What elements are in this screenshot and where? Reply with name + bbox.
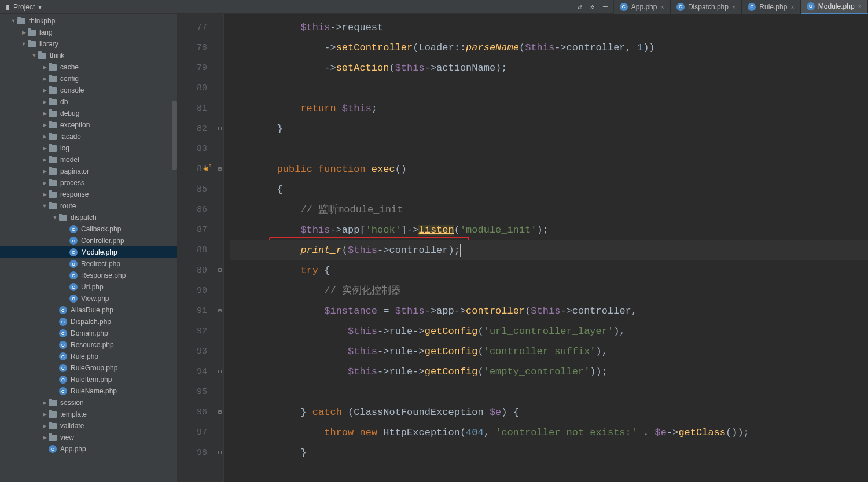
tab-module-php[interactable]: CModule.php× [801, 0, 868, 14]
fold-icon[interactable]: ⊟ [218, 159, 222, 179]
code-line[interactable]: $this->rule->getConfig('url_controller_l… [230, 321, 868, 341]
code-editor[interactable]: 777879808182⊟8384◉↑⊟8586878889⊟9091⊟9293… [178, 14, 868, 482]
folder-session[interactable]: ▶session [0, 397, 177, 409]
file-app-php[interactable]: CApp.php [0, 443, 177, 455]
close-icon[interactable]: × [660, 3, 664, 10]
folder-thinkphp[interactable]: ▼thinkphp [0, 15, 177, 27]
fold-icon[interactable]: ⊟ [218, 119, 222, 139]
tree-arrow[interactable]: ▶ [42, 400, 47, 406]
folder-dispatch[interactable]: ▼dispatch [0, 212, 177, 223]
tree-arrow[interactable]: ▶ [42, 180, 47, 186]
folder-console[interactable]: ▶console [0, 84, 177, 96]
minimize-icon[interactable]: — [603, 2, 608, 12]
file-callback-php[interactable]: CCallback.php [0, 223, 177, 235]
code-line[interactable]: throw new HttpException(404, 'controller… [230, 422, 868, 443]
code-line[interactable]: // 监听module_init [230, 200, 868, 220]
project-dropdown[interactable]: ▮ Project ▾ [0, 3, 47, 11]
folder-library[interactable]: ▼library [0, 38, 177, 50]
close-icon[interactable]: × [790, 3, 794, 10]
folder-model[interactable]: ▶model [0, 154, 177, 165]
file-ruleitem-php[interactable]: CRuleItem.php [0, 374, 177, 385]
tree-arrow[interactable]: ▶ [42, 64, 47, 70]
code-line[interactable]: $this->app['hook']->listen('module_init'… [230, 220, 868, 240]
file-resource-php[interactable]: CResource.php [0, 339, 177, 351]
folder-facade[interactable]: ▶facade [0, 131, 177, 142]
file-domain-php[interactable]: CDomain.php [0, 328, 177, 339]
tree-arrow[interactable]: ▶ [21, 30, 27, 35]
folder-config[interactable]: ▶config [0, 73, 177, 84]
tree-arrow[interactable]: ▶ [42, 423, 47, 429]
folder-think[interactable]: ▼think [0, 50, 177, 61]
code-line[interactable] [230, 78, 868, 98]
folder-paginator[interactable]: ▶paginator [0, 165, 177, 177]
folder-cache[interactable]: ▶cache [0, 61, 177, 73]
folder-log[interactable]: ▶log [0, 142, 177, 154]
folder-route[interactable]: ▼route [0, 200, 177, 212]
tree-arrow[interactable]: ▼ [42, 203, 47, 209]
tree-arrow[interactable]: ▶ [42, 99, 47, 105]
folder-lang[interactable]: ▶lang [0, 27, 177, 38]
code-line[interactable] [230, 139, 868, 159]
code-line[interactable]: print_r($this->controller); [230, 240, 868, 260]
scroll-from-source-icon[interactable]: ⇄ [578, 2, 582, 12]
code-line[interactable]: $instance = $this->app->controller($this… [230, 301, 868, 321]
code-line[interactable]: { [230, 179, 868, 200]
folder-debug[interactable]: ▶debug [0, 108, 177, 119]
close-icon[interactable]: × [732, 3, 735, 10]
code-line[interactable] [230, 382, 868, 402]
tab-rule-php[interactable]: CRule.php× [742, 0, 800, 14]
file-aliasrule-php[interactable]: CAliasRule.php [0, 304, 177, 316]
code-line[interactable]: $this->rule->getConfig('controller_suffi… [230, 341, 868, 362]
tree-arrow[interactable]: ▶ [42, 134, 47, 139]
folder-view[interactable]: ▶view [0, 432, 177, 443]
tree-arrow[interactable]: ▶ [42, 168, 47, 174]
code-line[interactable]: public function exec() [230, 159, 868, 179]
code-line[interactable]: } [230, 119, 868, 139]
file-dispatch-php[interactable]: CDispatch.php [0, 316, 177, 328]
file-response-php[interactable]: CResponse.php [0, 270, 177, 281]
tree-arrow[interactable]: ▶ [42, 76, 47, 82]
fold-icon[interactable]: ⊟ [218, 260, 222, 281]
code-area[interactable]: $this->request ->setController(Loader::p… [224, 14, 868, 482]
tree-arrow[interactable]: ▼ [10, 18, 16, 24]
tree-arrow[interactable]: ▶ [42, 145, 47, 151]
scrollbar-thumb[interactable] [172, 101, 177, 170]
file-controller-php[interactable]: CController.php [0, 235, 177, 246]
code-line[interactable]: $this->request [230, 17, 868, 38]
tree-arrow[interactable]: ▶ [42, 122, 47, 128]
code-line[interactable]: try { [230, 260, 868, 281]
tree-arrow[interactable]: ▼ [52, 215, 58, 220]
folder-response[interactable]: ▶response [0, 189, 177, 200]
file-url-php[interactable]: CUrl.php [0, 281, 177, 293]
folder-template[interactable]: ▶template [0, 409, 177, 420]
folder-exception[interactable]: ▶exception [0, 119, 177, 131]
project-sidebar[interactable]: ▼thinkphp▶lang▼library▼think▶cache▶confi… [0, 14, 178, 482]
folder-validate[interactable]: ▶validate [0, 420, 177, 432]
tree-arrow[interactable]: ▶ [42, 192, 47, 197]
code-line[interactable]: // 实例化控制器 [230, 281, 868, 301]
close-icon[interactable]: × [858, 3, 862, 10]
tree-arrow[interactable]: ▶ [42, 411, 47, 417]
gear-icon[interactable]: ✲ [590, 2, 595, 12]
tab-dispatch-php[interactable]: CDispatch.php× [671, 0, 742, 14]
tree-arrow[interactable]: ▼ [21, 41, 27, 47]
code-line[interactable]: } catch (ClassNotFoundException $e) { [230, 402, 868, 422]
file-rule-php[interactable]: CRule.php [0, 351, 177, 362]
fold-icon[interactable]: ⊟ [218, 443, 222, 463]
tree-arrow[interactable]: ▼ [31, 53, 37, 58]
file-redirect-php[interactable]: CRedirect.php [0, 258, 177, 270]
file-rulegroup-php[interactable]: CRuleGroup.php [0, 362, 177, 374]
fold-icon[interactable]: ⊟ [218, 362, 222, 382]
code-line[interactable]: ->setController(Loader::parseName($this-… [230, 38, 868, 58]
file-module-php[interactable]: CModule.php [0, 246, 177, 258]
fold-icon[interactable]: ⊟ [218, 402, 222, 422]
code-line[interactable]: $this->rule->getConfig('empty_controller… [230, 362, 868, 382]
code-line[interactable]: return $this; [230, 98, 868, 119]
file-view-php[interactable]: CView.php [0, 293, 177, 304]
file-rulename-php[interactable]: CRuleName.php [0, 385, 177, 397]
tree-arrow[interactable]: ▶ [42, 157, 47, 163]
tree-arrow[interactable]: ▶ [42, 111, 47, 116]
tab-app-php[interactable]: CApp.php× [614, 0, 671, 14]
tree-arrow[interactable]: ▶ [42, 435, 47, 440]
folder-process[interactable]: ▶process [0, 177, 177, 189]
